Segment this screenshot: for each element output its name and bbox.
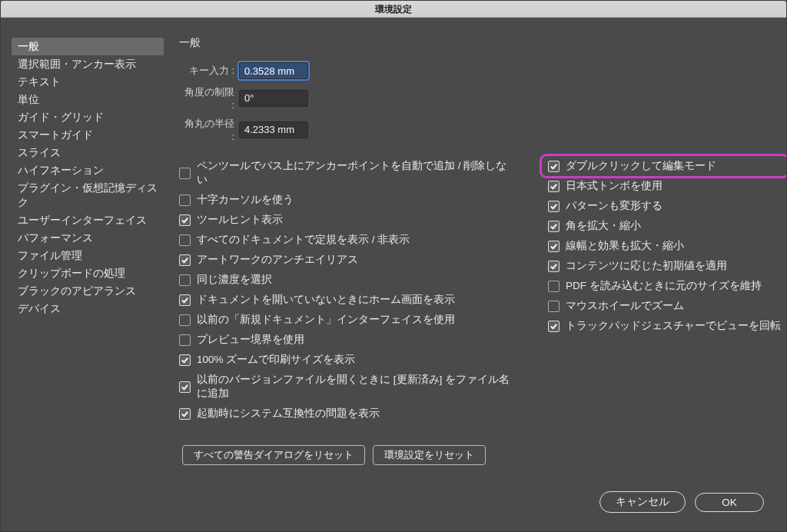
checkbox-label: 起動時にシステム互換性の問題を表示 [197,407,380,421]
section-heading: 一般 [179,36,771,50]
angle-limit-field[interactable] [239,90,308,107]
checkbox-label: 線幅と効果も拡大・縮小 [566,239,684,253]
checkbox[interactable] [548,281,560,292]
dialog-footer: キャンセル OK [0,486,787,532]
checkbox[interactable] [179,294,191,306]
checkbox[interactable] [179,381,191,393]
content-area: 一般選択範囲・アンカー表示テキスト単位ガイド・グリッドスマートガイドスライスハイ… [1,18,786,485]
key-input-field[interactable] [239,62,308,79]
sidebar-item[interactable]: クリップボードの処理 [12,264,164,282]
checkbox-row[interactable]: ペンツールでパス上にアンカーポイントを自動で追加 / 削除しない [179,159,517,187]
checkbox-label: 以前の「新規ドキュメント」インターフェイスを使用 [197,313,455,327]
checkbox-row[interactable]: ツールヒント表示 [179,213,517,227]
checkbox-row[interactable]: ドキュメントを開いていないときにホーム画面を表示 [179,293,517,307]
checkbox[interactable] [179,254,191,266]
checkbox[interactable] [548,221,560,232]
checkbox-row[interactable]: 角を拡大・縮小 [548,219,781,233]
sidebar-item[interactable]: 選択範囲・アンカー表示 [12,55,164,73]
checkbox[interactable] [179,334,191,346]
checkbox-label: PDF を読み込むときに元のサイズを維持 [566,279,762,293]
checkbox[interactable] [179,195,191,206]
checkbox-row[interactable]: 同じ濃度を選択 [179,273,517,287]
checkbox-label: ペンツールでパス上にアンカーポイントを自動で追加 / 削除しない [197,159,517,187]
sidebar-item[interactable]: テキスト [12,73,164,91]
checkbox-label: 同じ濃度を選択 [197,273,272,287]
key-input-label: キー入力 : [179,64,234,78]
checkbox-label: 日本式トンボを使用 [566,179,662,193]
checkbox-row[interactable]: パターンも変形する [548,199,781,213]
checkbox[interactable] [179,234,191,246]
checkbox-row[interactable]: プレビュー境界を使用 [179,333,517,347]
sidebar-item[interactable]: 単位 [12,91,164,108]
checkbox-row[interactable]: ダブルクリックして編集モード [543,158,785,175]
checkbox-label: 以前のバージョンファイルを開くときに [更新済み] をファイル名に追加 [197,373,517,401]
checkbox[interactable] [548,161,560,172]
checkbox-row[interactable]: 以前の「新規ドキュメント」インターフェイスを使用 [179,313,517,327]
checkbox-column-left: ペンツールでパス上にアンカーポイントを自動で追加 / 削除しない十字カーソルを使… [179,159,517,427]
sidebar-item[interactable]: プラグイン・仮想記憶ディスク [12,179,164,211]
checkbox[interactable] [179,354,191,366]
checkbox[interactable] [548,181,560,192]
checkbox[interactable] [179,168,191,179]
checkbox-row[interactable]: マウスホイールでズーム [548,299,781,313]
reset-prefs-button[interactable]: 環境設定をリセット [373,445,486,465]
cancel-button[interactable]: キャンセル [599,491,686,513]
checkbox-label: ダブルクリックして編集モード [566,159,716,173]
form-rows: キー入力 : 角度の制限 : 角丸の半径 : [179,62,771,142]
checkbox[interactable] [179,408,191,420]
main-panel: 一般 キー入力 : 角度の制限 : 角丸の半径 : ペンツールでパス上にアンカー… [164,36,771,485]
checkbox[interactable] [548,201,560,212]
angle-limit-row: 角度の制限 : [179,85,771,111]
checkbox-label: パターンも変形する [566,199,662,213]
reset-warnings-button[interactable]: すべての警告ダイアログをリセット [182,445,365,465]
checkbox-label: アートワークのアンチエイリアス [197,253,358,267]
checkbox[interactable] [548,301,560,312]
key-input-row: キー入力 : [179,62,771,79]
corner-radius-field[interactable] [239,121,308,138]
sidebar-item[interactable]: パフォーマンス [12,229,164,247]
ok-button[interactable]: OK [695,493,764,512]
checkbox-columns: ペンツールでパス上にアンカーポイントを自動で追加 / 削除しない十字カーソルを使… [179,159,771,427]
checkbox-label: トラックパッドジェスチャーでビューを回転 [566,319,781,333]
sidebar: 一般選択範囲・アンカー表示テキスト単位ガイド・グリッドスマートガイドスライスハイ… [12,36,164,485]
checkbox-row[interactable]: アートワークのアンチエイリアス [179,253,517,267]
window-title: 環境設定 [1,1,786,18]
sidebar-item[interactable]: ユーザーインターフェイス [12,211,164,229]
sidebar-item[interactable]: ファイル管理 [12,247,164,264]
checkbox-row[interactable]: 起動時にシステム互換性の問題を表示 [179,407,517,421]
checkbox-row[interactable]: 線幅と効果も拡大・縮小 [548,239,781,253]
checkbox[interactable] [548,321,560,332]
sidebar-item[interactable]: スライス [12,144,164,161]
checkbox-row[interactable]: 十字カーソルを使う [179,193,517,207]
checkbox-label: すべてのドキュメントで定規を表示 / 非表示 [197,233,410,247]
checkbox-label: ツールヒント表示 [197,213,283,227]
checkbox-row[interactable]: コンテンツに応じた初期値を適用 [548,259,781,273]
sidebar-item[interactable]: スマートガイド [12,126,164,144]
sidebar-item[interactable]: デバイス [12,300,164,318]
checkbox-row[interactable]: 日本式トンボを使用 [548,179,781,193]
checkbox-column-right: ダブルクリックして編集モード日本式トンボを使用パターンも変形する角を拡大・縮小線… [548,159,781,427]
checkbox[interactable] [179,314,191,326]
checkbox-label: 十字カーソルを使う [197,193,294,207]
checkbox-label: マウスホイールでズーム [566,299,684,313]
checkbox-row[interactable]: トラックパッドジェスチャーでビューを回転 [548,319,781,333]
checkbox-label: 100% ズームで印刷サイズを表示 [197,353,355,367]
sidebar-item[interactable]: ハイフネーション [12,161,164,179]
checkbox[interactable] [548,241,560,252]
sidebar-item[interactable]: 一般 [12,38,164,55]
reset-button-row: すべての警告ダイアログをリセット 環境設定をリセット [179,445,771,465]
checkbox[interactable] [179,214,191,226]
checkbox-label: コンテンツに応じた初期値を適用 [566,259,727,273]
corner-radius-row: 角丸の半径 : [179,117,771,142]
checkbox-row[interactable]: PDF を読み込むときに元のサイズを維持 [548,279,781,293]
checkbox[interactable] [179,274,191,286]
checkbox-row[interactable]: すべてのドキュメントで定規を表示 / 非表示 [179,233,517,247]
sidebar-item[interactable]: ガイド・グリッド [12,108,164,126]
checkbox-row[interactable]: 以前のバージョンファイルを開くときに [更新済み] をファイル名に追加 [179,373,517,401]
checkbox-row[interactable]: 100% ズームで印刷サイズを表示 [179,353,517,367]
checkbox[interactable] [548,261,560,272]
corner-radius-label: 角丸の半径 : [179,117,234,142]
angle-limit-label: 角度の制限 : [179,85,234,111]
checkbox-label: 角を拡大・縮小 [566,219,641,233]
sidebar-item[interactable]: ブラックのアピアランス [12,282,164,300]
